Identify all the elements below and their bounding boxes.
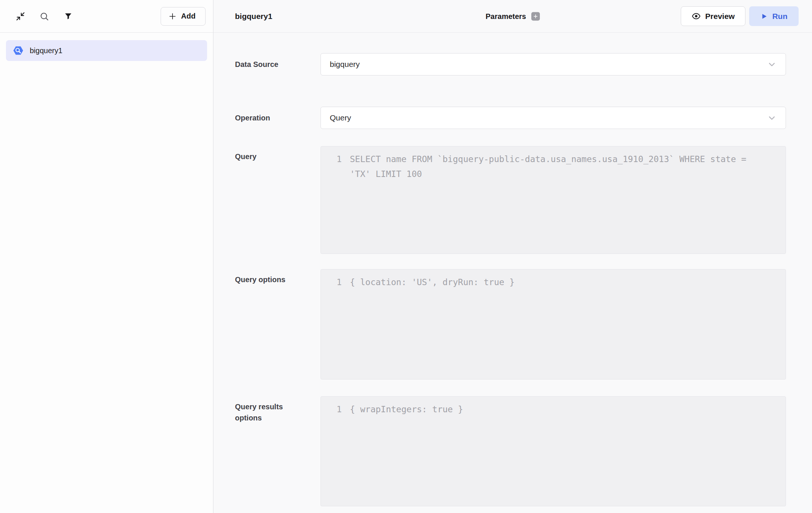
data-source-value: bigquery: [330, 60, 360, 69]
query-list-item-bigquery1[interactable]: bigquery1: [6, 40, 207, 61]
query-options-placeholder: { location: 'US', dryRun: true }: [350, 275, 786, 290]
header-actions: Preview Run: [681, 6, 799, 26]
add-button-label: Add: [181, 12, 196, 20]
query-results-options-placeholder: { wrapIntegers: true }: [350, 402, 786, 417]
collapse-panel-button[interactable]: [14, 10, 27, 23]
parameters-section: Parameters: [486, 12, 540, 20]
query-row: Query 1 SELECT name FROM `bigquery-publi…: [235, 146, 786, 254]
data-source-label: Data Source: [235, 53, 320, 70]
data-source-select[interactable]: bigquery: [320, 53, 786, 75]
filter-icon: [64, 12, 72, 20]
search-button[interactable]: [38, 10, 51, 23]
eye-icon: [692, 12, 701, 21]
line-number: 1: [321, 275, 342, 290]
query-label: Query: [235, 146, 320, 162]
operation-select[interactable]: Query: [320, 107, 786, 129]
collapse-icon: [16, 12, 25, 21]
run-button-label: Run: [772, 12, 787, 21]
operation-row: Operation Query: [235, 107, 786, 129]
query-list: bigquery1: [0, 33, 213, 68]
preview-button[interactable]: Preview: [681, 6, 745, 26]
operation-label: Operation: [235, 107, 320, 123]
query-form: Data Source bigquery Operation Query: [213, 33, 812, 513]
add-parameter-button[interactable]: [531, 12, 540, 20]
query-code-placeholder: SELECT name FROM `bigquery-public-data.u…: [350, 152, 786, 181]
data-source-row: Data Source bigquery: [235, 53, 786, 75]
plus-icon: [168, 12, 177, 20]
query-editor-panel: bigquery1 Parameters Preview Run: [213, 0, 812, 513]
query-options-editor[interactable]: 1 { location: 'US', dryRun: true }: [320, 269, 786, 380]
operation-value: Query: [330, 113, 351, 122]
chevron-down-icon: [767, 113, 777, 123]
line-number: 1: [321, 152, 342, 167]
play-icon: [760, 13, 768, 20]
query-title: bigquery1: [235, 12, 272, 21]
query-results-options-label: Query results options: [235, 396, 320, 423]
query-code-editor[interactable]: 1 SELECT name FROM `bigquery-public-data…: [320, 146, 786, 254]
query-results-options-editor[interactable]: 1 { wrapIntegers: true }: [320, 396, 786, 506]
query-results-options-row: Query results options 1 { wrapIntegers: …: [235, 396, 786, 506]
preview-button-label: Preview: [705, 12, 735, 21]
query-item-label: bigquery1: [30, 46, 62, 55]
add-query-button[interactable]: Add: [161, 7, 206, 26]
run-button[interactable]: Run: [749, 6, 799, 26]
query-options-row: Query options 1 { location: 'US', dryRun…: [235, 269, 786, 380]
app-root: Add bigquery1 bigquery1 Parameters: [0, 0, 812, 513]
parameters-label: Parameters: [486, 12, 526, 20]
bigquery-icon: [13, 45, 24, 56]
chevron-down-icon: [767, 59, 777, 69]
query-sidebar: Add bigquery1: [0, 0, 213, 513]
plus-icon: [533, 14, 538, 19]
line-number: 1: [321, 402, 342, 417]
search-icon: [39, 12, 49, 21]
query-editor-header: bigquery1 Parameters Preview Run: [213, 0, 812, 33]
query-options-label: Query options: [235, 269, 320, 285]
filter-button[interactable]: [62, 10, 74, 23]
sidebar-header: Add: [0, 0, 213, 33]
